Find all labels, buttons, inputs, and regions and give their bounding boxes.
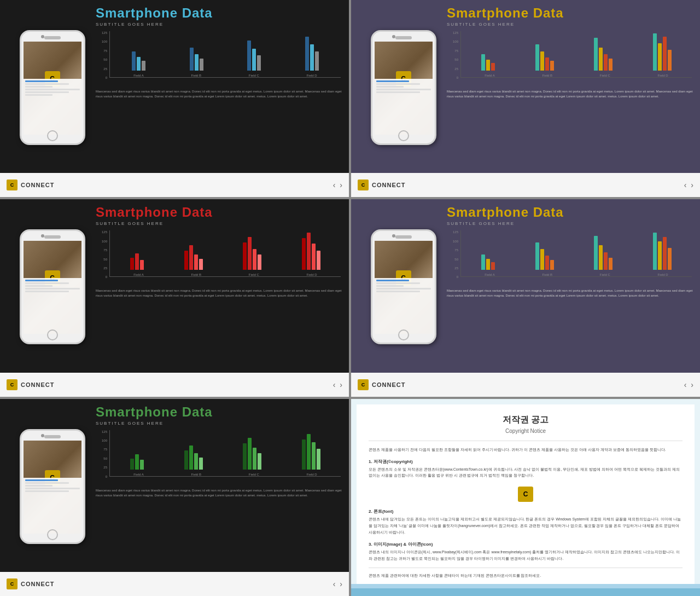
bar: [486, 60, 490, 71]
phone-device: C: [20, 30, 85, 145]
footer-logo-2: C: [358, 180, 369, 190]
field-c-bars-5: [243, 438, 261, 470]
slide-3-title: Smartphone Data: [96, 205, 343, 220]
copyright-body-intro: 콘텐츠 제품을 사용하기 전에 다음의 필요한 조항들을 자세히 읽어 주시기 …: [369, 447, 682, 453]
prev-button-2[interactable]: ‹: [684, 181, 687, 189]
phone-mockup-1: C: [10, 5, 95, 170]
bar: [140, 460, 144, 470]
bar: [540, 249, 544, 270]
prev-button-1[interactable]: ‹: [333, 181, 336, 189]
slide-3-content: Smartphone Data SUBTITLE GOES HERE 125 1…: [96, 205, 343, 369]
footer-logo-3: C: [7, 379, 18, 390]
slide-5: C Smartphone Data SUBTITLE GOES HERE 125…: [0, 399, 349, 596]
phone-screen-5: C: [24, 441, 81, 534]
phone-notch: [44, 36, 61, 39]
bar: [243, 242, 247, 270]
field-a-bars: [132, 51, 145, 71]
phone-home-button: [47, 130, 58, 141]
next-button-4[interactable]: ›: [691, 381, 693, 389]
copyright-section-1-title: 1. 저작권(©copyright): [369, 459, 682, 465]
phone-line: [25, 285, 52, 287]
field-d-bars-5: [302, 434, 320, 470]
chart-bars-2: [461, 31, 692, 71]
bar: [491, 262, 495, 270]
footer-brand-2: CONNECT: [372, 182, 684, 188]
phone-screen-2: C: [375, 42, 433, 135]
copyright-section-2-body: 콘텐츠 내에 담겨있는 모든 폰트는 이미의 나눔고딕을 제외하고서 별도로 제…: [369, 516, 682, 536]
copyright-title-kr: 저작권 공고: [369, 414, 682, 426]
slide-2-chart: 125 100 75 50 25 0: [447, 31, 695, 86]
next-button-3[interactable]: ›: [340, 381, 342, 389]
copyright-footer-text: 콘텐츠 제품 관련하여에 대한 자세한 사항을 콘테타이 하는데 기재된 콘텐츠…: [369, 572, 682, 579]
bar: [135, 253, 139, 270]
phone-mockup-3: C: [10, 205, 95, 369]
prev-button-4[interactable]: ‹: [684, 381, 687, 389]
next-button-2[interactable]: ›: [691, 181, 693, 189]
next-button-5[interactable]: ›: [340, 580, 342, 588]
bar: [317, 251, 320, 270]
phone-line-6: [25, 94, 52, 96]
footer-nav-1[interactable]: ‹ ›: [333, 181, 342, 189]
slide-1: C Smartphone Data SUBTITLE GOES HERE: [0, 0, 349, 197]
copyright-mid-strip: [351, 584, 700, 588]
phone-line: [25, 482, 69, 484]
slide-5-chart: 125 100 75 50 25 0: [96, 430, 343, 485]
chart-bars-3: [110, 230, 341, 270]
footer-nav-5[interactable]: ‹ ›: [333, 580, 342, 588]
phone-device-4: C: [371, 229, 436, 344]
phone-line: [376, 83, 420, 85]
phone-mockup-5: C: [10, 404, 95, 569]
bar: [130, 459, 134, 470]
slide-5-desc: Maecenas sed diam eget risus varius blan…: [96, 488, 343, 498]
bar: [142, 61, 145, 71]
bar: [190, 48, 194, 71]
field-c-bars-3: [243, 237, 261, 270]
phone-line: [25, 282, 69, 284]
phone-line-1: [25, 80, 58, 82]
slide-2-title: Smartphone Data: [447, 5, 695, 21]
bar: [604, 54, 608, 71]
chart-y-labels-4: 125 100 75 50 25 0: [447, 230, 460, 279]
phone-line-4: [25, 89, 80, 90]
copyright-section-2-title: 2. 폰트(font): [369, 508, 682, 514]
chart-bars-5: [110, 430, 341, 470]
slide-4-chart: 125 100 75 50 25 0: [447, 230, 695, 285]
prev-button-5[interactable]: ‹: [333, 580, 336, 588]
slide-5-subtitle: SUBTITLE GOES HERE: [96, 421, 343, 426]
chart-bars-4: [461, 230, 692, 270]
chart-x-labels-2: Field A Field B Field C Field D: [461, 74, 692, 77]
footer-nav-4[interactable]: ‹ ›: [684, 381, 693, 389]
phone-line-2: [25, 83, 69, 85]
phone-notch-3: [44, 235, 61, 239]
slide-6-copyright: 저작권 공고 Copyright Notice 콘텐츠 제품을 사용하기 전에 …: [351, 399, 700, 596]
phone-content-overlay-2: [375, 79, 433, 135]
next-button-1[interactable]: ›: [340, 181, 342, 189]
bar: [140, 260, 144, 270]
field-a-bars-5: [130, 454, 144, 470]
field-d-bars-2: [653, 33, 672, 71]
slide-1-chart: 125 100 75 50 25 0: [96, 31, 343, 86]
slide-1-content: Smartphone Data SUBTITLE GOES HERE 125 1…: [96, 5, 343, 170]
field-d-bars: [305, 37, 319, 71]
prev-button-3[interactable]: ‹: [333, 381, 336, 389]
bar: [663, 37, 667, 71]
slide-2-subtitle: SUBTITLE GOES HERE: [447, 22, 695, 27]
bar: [252, 49, 256, 71]
bar: [199, 259, 203, 270]
copyright-section-1: 1. 저작권(©copyright) 모든 콘텐츠의 소유 및 저작권은 콘텐츠…: [369, 459, 682, 479]
footer-nav-3[interactable]: ‹ ›: [333, 381, 342, 389]
chart-inner-2: Field A Field B Field C Field D: [460, 31, 692, 78]
phone-device-2: C: [371, 30, 436, 145]
bar: [315, 51, 319, 71]
footer-nav-2[interactable]: ‹ ›: [684, 181, 693, 189]
bar: [137, 57, 141, 71]
bar: [199, 458, 203, 470]
slide-4-desc: Maecenas sed diam eget risus varius blan…: [447, 288, 695, 298]
phone-screen-image-2: C: [375, 42, 433, 135]
bar: [604, 252, 608, 270]
bar: [491, 63, 495, 71]
bar: [184, 251, 188, 270]
phone-line: [25, 488, 80, 489]
bar: [540, 51, 544, 71]
slide-2-desc: Maecenas sed diam eget risus varius blan…: [447, 89, 695, 99]
